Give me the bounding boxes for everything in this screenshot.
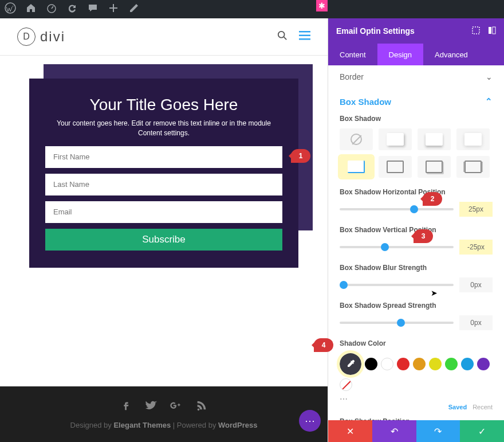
color-white[interactable]: [381, 358, 393, 370]
facebook-icon[interactable]: [120, 399, 132, 414]
twitter-icon[interactable]: [145, 399, 158, 414]
site-logo[interactable]: D divi: [17, 28, 65, 46]
eyedropper-button[interactable]: [340, 353, 361, 375]
spread-label: Box Shadow Spread Strength: [340, 302, 493, 310]
panel-tabs: Content Design Advanced: [328, 44, 504, 65]
logo-text: divi: [40, 29, 65, 45]
refresh-icon[interactable]: [66, 2, 78, 16]
preset-7[interactable]: [456, 156, 490, 178]
h-pos-slider[interactable]: [340, 208, 454, 210]
snap-icon[interactable]: [488, 26, 496, 36]
color-blue[interactable]: [461, 358, 474, 370]
divi-fab-button[interactable]: ⋯: [299, 410, 321, 432]
color-green[interactable]: [445, 358, 458, 370]
preset-none[interactable]: [340, 128, 373, 150]
menu-icon[interactable]: [299, 31, 310, 42]
color-black[interactable]: [365, 358, 377, 370]
panel-title: Email Optin Settings: [336, 26, 415, 36]
search-icon[interactable]: [277, 30, 288, 43]
speedometer-icon[interactable]: [46, 2, 57, 16]
color-orange[interactable]: [413, 358, 426, 370]
optin-title: Your Title Goes Here: [45, 96, 282, 114]
more-colors-icon[interactable]: ⋯: [340, 394, 493, 404]
first-name-input[interactable]: [45, 146, 282, 168]
annotation-2: 2: [423, 192, 442, 206]
tab-content[interactable]: Content: [328, 44, 377, 65]
blur-label: Box Shadow Blur Strength: [340, 264, 493, 272]
optin-wrapper: Your Title Goes Here Your content goes h…: [29, 79, 298, 268]
close-button[interactable]: ✕: [328, 420, 372, 442]
preset-3[interactable]: [456, 128, 490, 150]
preset-4[interactable]: [340, 156, 373, 178]
shadow-color-label: Shadow Color: [340, 339, 493, 347]
svg-rect-7: [489, 27, 491, 34]
svg-rect-8: [493, 27, 495, 34]
preset-6[interactable]: [418, 156, 451, 178]
h-pos-value[interactable]: [459, 202, 493, 217]
chevron-up-icon: ⌃: [485, 96, 493, 107]
spread-value[interactable]: [459, 315, 493, 330]
svg-point-2: [278, 32, 285, 38]
blur-slider[interactable]: [340, 284, 454, 286]
v-pos-slider[interactable]: [340, 246, 454, 248]
color-swatches: [340, 353, 493, 391]
v-pos-value[interactable]: [459, 240, 493, 255]
email-input[interactable]: [45, 201, 282, 223]
star-badge-icon[interactable]: ✱: [316, 0, 328, 11]
svg-rect-4: [299, 35, 310, 37]
box-shadow-label: Box Shadow: [340, 115, 493, 123]
blur-value[interactable]: [459, 277, 493, 292]
annotation-4: 4: [314, 338, 333, 352]
theme-link[interactable]: Elegant Themes: [113, 421, 171, 429]
color-none[interactable]: [340, 378, 352, 391]
tab-design[interactable]: Design: [377, 44, 423, 65]
preset-2[interactable]: [418, 128, 451, 150]
panel-action-bar: ✕ ↶ ↷ ✓: [328, 420, 504, 442]
platform-link[interactable]: WordPress: [218, 421, 257, 429]
optin-description: Your content goes here. Edit or remove t…: [45, 119, 282, 138]
email-optin-module[interactable]: Your Title Goes Here Your content goes h…: [29, 79, 298, 268]
color-purple[interactable]: [477, 358, 490, 370]
preset-5[interactable]: [379, 156, 412, 178]
last-name-input[interactable]: [45, 174, 282, 195]
annotation-3: 3: [414, 229, 433, 243]
cursor-icon: ➤: [431, 288, 438, 298]
saved-colors-tab[interactable]: Saved: [448, 404, 467, 410]
undo-button[interactable]: ↶: [372, 420, 416, 442]
expand-icon[interactable]: [472, 26, 480, 36]
googleplus-icon[interactable]: [170, 399, 183, 414]
wordpress-icon[interactable]: [5, 2, 16, 16]
site-header: D divi: [0, 18, 328, 56]
redo-button[interactable]: ↷: [416, 420, 460, 442]
spread-slider[interactable]: [340, 322, 454, 324]
color-red[interactable]: [397, 358, 410, 370]
wp-admin-bar: [0, 0, 504, 18]
preview-pane: D divi Your Title Goes Here Your content…: [0, 18, 328, 442]
home-icon[interactable]: [25, 2, 37, 16]
shadow-presets: [340, 128, 493, 178]
subscribe-button[interactable]: Subscribe: [45, 229, 282, 251]
box-shadow-section-toggle[interactable]: Box Shadow ⌃: [340, 88, 493, 115]
logo-mark: D: [17, 28, 36, 46]
panel-header: Email Optin Settings: [328, 18, 504, 44]
chevron-down-icon: ⌄: [486, 72, 493, 81]
site-footer: Designed by Elegant Themes | Powered by …: [0, 386, 328, 442]
color-yellow[interactable]: [429, 358, 442, 370]
svg-rect-3: [299, 31, 310, 33]
recent-colors-tab[interactable]: Recent: [472, 404, 493, 410]
annotation-1: 1: [291, 149, 310, 163]
svg-rect-5: [299, 38, 310, 40]
save-button[interactable]: ✓: [460, 420, 504, 442]
comment-icon[interactable]: [87, 2, 99, 16]
preset-1[interactable]: [379, 128, 412, 150]
pencil-icon[interactable]: [128, 2, 140, 16]
h-pos-label: Box Shadow Horizontal Position: [340, 188, 493, 196]
plus-icon[interactable]: [108, 2, 119, 16]
svg-rect-6: [472, 27, 479, 34]
tab-advanced[interactable]: Advanced: [423, 44, 479, 65]
footer-credits: Designed by Elegant Themes | Powered by …: [0, 421, 328, 429]
border-section-toggle[interactable]: Border ⌄: [340, 65, 493, 88]
rss-icon[interactable]: [195, 399, 208, 414]
